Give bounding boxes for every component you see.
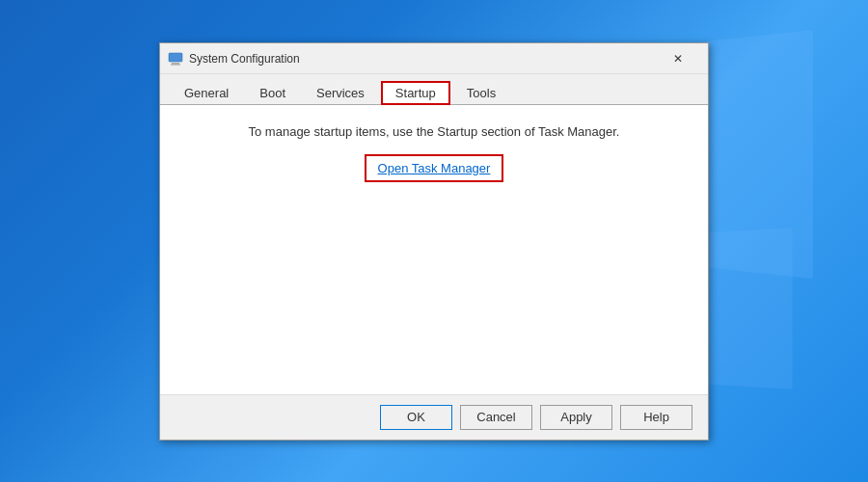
tab-startup[interactable]: Startup: [381, 81, 450, 105]
svg-rect-1: [172, 63, 179, 65]
desktop: System Configuration ✕ General Boot Serv…: [0, 0, 868, 482]
system-configuration-dialog: System Configuration ✕ General Boot Serv…: [159, 42, 709, 441]
dialog-overlay: System Configuration ✕ General Boot Serv…: [0, 0, 868, 482]
help-button[interactable]: Help: [620, 405, 692, 430]
svg-rect-2: [171, 65, 180, 66]
title-bar-left: System Configuration: [168, 51, 300, 67]
title-controls: ✕: [656, 48, 700, 69]
title-bar: System Configuration ✕: [160, 43, 708, 74]
dialog-title: System Configuration: [189, 52, 300, 66]
tab-general[interactable]: General: [170, 81, 243, 105]
cancel-button[interactable]: Cancel: [460, 405, 532, 430]
close-button[interactable]: ✕: [656, 48, 700, 69]
startup-info-text: To manage startup items, use the Startup…: [179, 124, 689, 139]
ok-button[interactable]: OK: [380, 405, 452, 430]
open-task-manager-button[interactable]: Open Task Manager: [365, 154, 504, 182]
apply-button[interactable]: Apply: [540, 405, 612, 430]
svg-rect-0: [169, 53, 182, 62]
computer-icon: [168, 51, 183, 67]
tab-boot[interactable]: Boot: [245, 81, 300, 105]
tab-bar: General Boot Services Startup Tools: [160, 74, 708, 105]
button-bar: OK Cancel Apply Help: [160, 394, 708, 440]
tab-tools[interactable]: Tools: [452, 81, 510, 105]
content-area: To manage startup items, use the Startup…: [160, 105, 708, 394]
tab-services[interactable]: Services: [302, 81, 379, 105]
